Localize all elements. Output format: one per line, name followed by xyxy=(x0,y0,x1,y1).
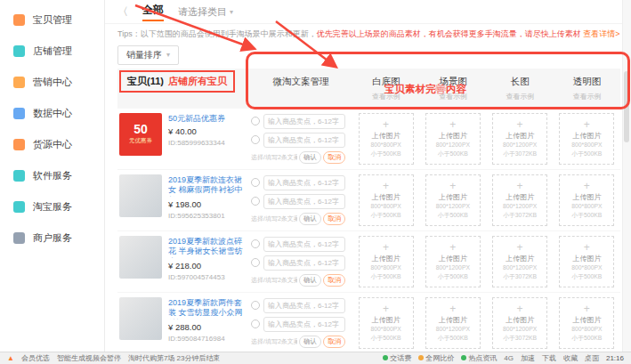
radio-icon[interactable] xyxy=(251,320,260,328)
topbar: 〈 全部 请选择类目 ▾ xyxy=(105,0,631,24)
product-thumbnail[interactable] xyxy=(119,297,162,340)
sidebar-item-label: 软件服务 xyxy=(33,169,72,182)
confirm-button[interactable]: 确认 xyxy=(299,151,321,164)
product-thumbnail[interactable] xyxy=(119,174,162,217)
selling-point-input[interactable]: 输入商品卖点，6-12字 xyxy=(263,255,345,271)
confirm-button[interactable]: 确认 xyxy=(299,336,321,348)
upload-white-bg-button[interactable]: + 上传图片 800*800PX 小于500KB xyxy=(359,113,414,165)
product-price: ¥ 198.00 xyxy=(168,199,249,209)
upload-spec: 800*1200PX xyxy=(436,142,470,150)
upload-transparent-button[interactable]: + 上传图片 800*800PX 小于500KB xyxy=(559,174,614,226)
tips-detail-link[interactable]: 查看详情> xyxy=(583,29,619,38)
sort-dropdown[interactable]: 销量排序 ▾ xyxy=(117,45,179,65)
confirm-button[interactable]: 确认 xyxy=(299,213,321,225)
col-example-link[interactable]: 查看示例 xyxy=(419,92,486,101)
cancel-button[interactable]: 取消 xyxy=(323,274,345,287)
sidebar-item[interactable]: 商户服务 xyxy=(0,222,104,254)
upload-scene-button[interactable]: + 上传图片 800*1200PX 小于500KB xyxy=(425,113,481,165)
sidebar-item[interactable]: 软件服务 xyxy=(0,160,104,191)
upload-transparent-button[interactable]: + 上传图片 800*800PX 小于500KB xyxy=(559,297,614,349)
transparent-cell: + 上传图片 800*800PX 小于500KB xyxy=(554,174,620,226)
sidebar-item[interactable]: 淘宝服务 xyxy=(0,191,104,222)
col-example-link[interactable]: 查看示例 xyxy=(487,92,554,101)
sidebar-item[interactable]: 货源中心 xyxy=(0,129,104,160)
col-label: 透明图 xyxy=(573,76,602,86)
cancel-button[interactable]: 取消 xyxy=(323,336,345,348)
sidebar-item-label: 货源中心 xyxy=(33,138,72,151)
cancel-button[interactable]: 取消 xyxy=(323,151,345,164)
plus-icon: + xyxy=(584,119,590,130)
product-id: ID:585999633344 xyxy=(168,139,225,147)
selling-point-input[interactable]: 输入商品卖点，6-12字 xyxy=(263,114,345,129)
copy-cell: 输入商品卖点，6-12字 输入商品卖点，6-12字 选择/填写2条文案 确认 取… xyxy=(249,236,352,287)
upload-transparent-button[interactable]: + 上传图片 800*800PX 小于500KB xyxy=(559,113,614,165)
selling-point-input[interactable]: 输入商品卖点，6-12字 xyxy=(263,317,345,332)
col-label: 白底图 xyxy=(372,76,400,86)
scrollbar-thumb[interactable] xyxy=(624,71,629,142)
selling-point-input[interactable]: 输入商品卖点，6-12字 xyxy=(263,298,345,313)
category-select[interactable]: 请选择类目 ▾ xyxy=(178,5,233,19)
upload-long-image-button[interactable]: + 上传图片 800*1200PX 小于3072KB xyxy=(492,236,547,287)
upload-long-image-button[interactable]: + 上传图片 800*1200PX 小于3072KB xyxy=(492,174,547,226)
upload-white-bg-button[interactable]: + 上传图片 800*800PX 小于500KB xyxy=(359,297,414,349)
product-title-link[interactable]: 2019夏季新款两件套装 女雪纺显瘦小众网纱裙 xyxy=(168,298,249,320)
col-example-link[interactable]: 查看示例 xyxy=(554,92,620,101)
upload-scene-button[interactable]: + 上传图片 800*1200PX 小于500KB xyxy=(425,236,481,287)
copy-hint: 选择/填写2条文案 xyxy=(251,337,297,346)
confirm-button[interactable]: 确认 xyxy=(299,274,321,287)
upload-transparent-button[interactable]: + 上传图片 800*800PX 小于500KB xyxy=(559,236,614,287)
col-example-link[interactable]: 查看示例 xyxy=(352,92,419,101)
plus-icon: + xyxy=(449,119,456,130)
upload-scene-button[interactable]: + 上传图片 800*1200PX 小于500KB xyxy=(425,297,481,349)
plus-icon: + xyxy=(517,242,523,253)
scrollbar-track[interactable] xyxy=(622,0,631,352)
radio-icon[interactable] xyxy=(251,258,260,267)
selling-point-input[interactable]: 输入商品卖点，6-12字 xyxy=(263,133,345,148)
product-title-link[interactable]: 2019夏季新款波点碎花 半身裙女长裙雪纺大码 xyxy=(168,237,249,258)
product-thumbnail[interactable]: 50 元优惠券 xyxy=(119,113,162,156)
product-cell: 2019夏季新款波点碎花 半身裙女长裙雪纺大码 ¥ 218.00 ID:5970… xyxy=(117,236,249,281)
radio-icon[interactable] xyxy=(251,239,260,248)
upload-scene-button[interactable]: + 上传图片 800*1200PX 小于500KB xyxy=(425,174,481,226)
upload-white-bg-button[interactable]: + 上传图片 800*800PX 小于500KB xyxy=(359,174,414,226)
product-cell: 50 元优惠券 50元新品优惠券 ¥ 40.00 ID:585999633344 xyxy=(117,113,249,156)
sidebar-item[interactable]: 营销中心 xyxy=(0,67,104,98)
radio-icon[interactable] xyxy=(251,178,260,187)
tips-bar: Tips：以下范围的商品会使用到手淘场景中展示和更新，优先完善以上场景的商品素材… xyxy=(105,24,631,42)
radio-icon[interactable] xyxy=(251,135,260,144)
upload-limit: 小于500KB xyxy=(571,335,602,343)
selling-point-input[interactable]: 输入商品卖点，6-12字 xyxy=(263,237,345,252)
product-id: ID:595084716984 xyxy=(168,335,249,343)
sidebar-item[interactable]: 店铺管理 xyxy=(0,36,104,67)
copy-actions: 选择/填写2条文案 确认 取消 xyxy=(251,274,345,287)
upload-label: 上传图片 xyxy=(506,192,534,202)
product-title-link[interactable]: 2019夏季新款连衣裙女 棉麻假两件衬衫中长款 xyxy=(168,175,249,197)
product-title-link[interactable]: 50元新品优惠券 xyxy=(168,114,225,125)
table-row: 2019夏季新款波点碎花 半身裙女长裙雪纺大码 ¥ 218.00 ID:5970… xyxy=(117,231,620,293)
upload-white-bg-button[interactable]: + 上传图片 800*800PX 小于500KB xyxy=(359,236,414,287)
radio-icon[interactable] xyxy=(251,301,260,310)
white-bg-cell: + 上传图片 800*800PX 小于500KB xyxy=(352,174,419,226)
col-label: 场景图 xyxy=(439,76,467,86)
radio-icon[interactable] xyxy=(251,117,260,125)
sidebar: 宝贝管理 店铺管理 营销中心 数据中心 货源中心 软件服务 淘宝服务 商户服务 xyxy=(0,0,105,352)
tab-all[interactable]: 全部 xyxy=(142,3,164,21)
upload-label: 上传图片 xyxy=(572,315,601,325)
selling-point-input[interactable]: 输入商品卖点，6-12字 xyxy=(263,194,345,209)
taskbar-tools: 4G加速下载收藏桌面 xyxy=(504,353,599,363)
sidebar-item[interactable]: 数据中心 xyxy=(0,98,104,129)
sidebar-item-icon xyxy=(13,77,25,88)
radio-icon[interactable] xyxy=(251,197,260,206)
upload-long-image-button[interactable]: + 上传图片 800*1200PX 小于3072KB xyxy=(492,113,547,165)
upload-long-image-button[interactable]: + 上传图片 800*1200PX 小于3072KB xyxy=(492,297,547,349)
upload-limit: 小于500KB xyxy=(438,273,468,281)
selling-point-input[interactable]: 输入商品卖点，6-12字 xyxy=(263,175,345,190)
col-header-white-bg: 白底图 查看示例 xyxy=(352,76,419,101)
sidebar-item[interactable]: 宝贝管理 xyxy=(0,4,104,36)
cancel-button[interactable]: 取消 xyxy=(323,213,345,225)
tips-text: Tips：以下范围的商品会使用到手淘场景中展示和更新， xyxy=(117,29,317,38)
upload-spec: 800*800PX xyxy=(571,264,602,272)
browser-logo-icon[interactable]: ▲ xyxy=(7,354,14,362)
back-chevron-icon[interactable]: 〈 xyxy=(117,4,128,20)
product-thumbnail[interactable] xyxy=(119,236,162,279)
